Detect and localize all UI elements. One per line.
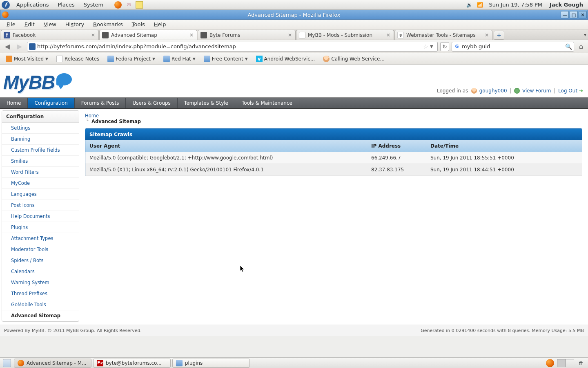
bookmark-label: Release Notes [65, 56, 99, 62]
chevron-down-icon: ▼ [245, 57, 248, 61]
username-link[interactable]: goughy000 [479, 88, 507, 94]
sitemap-crawls-table: Sitemap Crawls User Agent IP Address Dat… [85, 128, 582, 176]
browser-tab[interactable]: Byte Forums ✕ [198, 30, 296, 40]
search-input[interactable] [462, 43, 564, 49]
menu-places[interactable]: Places [53, 1, 78, 9]
sidebar-item[interactable]: Banning [2, 134, 79, 145]
cell-datetime: Sun, 19 Jun 2011 18:55:51 +0000 [426, 152, 582, 164]
sidebar-item[interactable]: Languages [2, 189, 79, 200]
volume-icon[interactable]: 🔉 [466, 1, 473, 9]
bookmark-item[interactable]: Free Content ▼ [200, 54, 251, 63]
menu-view[interactable]: View [40, 20, 60, 29]
reload-button[interactable]: ↻ [440, 42, 449, 51]
tab-close-icon[interactable]: ✕ [287, 32, 293, 38]
sidebar-item[interactable]: Word Filters [2, 167, 79, 178]
taskbar-window-button[interactable]: plugins [172, 359, 250, 368]
window-close-button[interactable]: ✕ [579, 11, 587, 18]
gnome-bottom-panel: Advanced Sitemap - M...Fz byte@byteforum… [0, 357, 588, 368]
bookmark-star-icon[interactable]: ☆ [423, 43, 428, 50]
sidebar-item[interactable]: Help Documents [2, 211, 79, 222]
taskbar-window-button[interactable]: Fz byte@byteforums.co... [93, 359, 171, 368]
url-input[interactable] [37, 43, 421, 49]
sidebar-item[interactable]: Moderator Tools [2, 244, 79, 255]
tray-firefox-icon[interactable] [546, 359, 554, 367]
search-bar[interactable]: G 🔍 [452, 42, 574, 52]
col-header-datetime: Date/Time [426, 140, 582, 152]
new-tab-button[interactable]: + [494, 31, 504, 40]
admin-nav-item[interactable]: Configuration [28, 98, 74, 108]
tab-overflow-icon[interactable]: ▾ [584, 32, 586, 38]
sidebar-item[interactable]: Calendars [2, 266, 79, 277]
sidebar-item[interactable]: Attachment Types [2, 233, 79, 244]
tab-close-icon[interactable]: ✕ [484, 32, 490, 38]
menu-help[interactable]: Help [150, 20, 170, 29]
sidebar-item[interactable]: MyCode [2, 178, 79, 189]
bookmark-item[interactable]: Red Hat ▼ [160, 54, 199, 63]
sidebar-title: Configuration [2, 111, 79, 123]
launcher-evolution-icon[interactable]: ✉ [125, 1, 132, 9]
breadcrumb-home-link[interactable]: Home [85, 113, 99, 119]
nav-back-button[interactable]: ◀ [2, 42, 12, 52]
clock-text[interactable]: Sun Jun 19, 7:58 PM [486, 2, 546, 8]
network-icon[interactable]: 📶 [477, 1, 484, 9]
cell-ip: 66.249.66.7 [367, 152, 426, 164]
admin-nav-item[interactable]: Tools & Maintenance [235, 98, 299, 108]
bookmark-item[interactable]: Release Notes [53, 54, 102, 63]
sidebar-item[interactable]: Post Icons [2, 200, 79, 211]
workspace-switcher[interactable] [557, 359, 574, 367]
browser-tab[interactable]: f Facebook ✕ [1, 30, 99, 40]
menu-bookmarks[interactable]: Bookmarks [89, 20, 127, 29]
search-engine-google-icon[interactable]: G [454, 43, 460, 50]
fedora-logo-icon[interactable]: f [2, 1, 10, 9]
bookmark-item[interactable]: Fedora Project ▼ [104, 54, 158, 63]
view-forum-link[interactable]: View Forum [522, 88, 551, 94]
window-maximize-button[interactable]: □ [570, 11, 578, 18]
trash-icon[interactable]: 🗑 [577, 359, 585, 367]
browser-tab[interactable]: MyBB - Mods - Submission ✕ [296, 30, 394, 40]
sidebar-item[interactable]: Plugins [2, 222, 79, 233]
browser-tab[interactable]: Advanced Sitemap ✕ [99, 30, 197, 40]
search-go-icon[interactable]: 🔍 [565, 43, 572, 50]
bookmark-item[interactable]: v Android WebServic... [253, 54, 318, 63]
sidebar-item[interactable]: Advanced Sitemap [2, 310, 79, 321]
mybb-logo[interactable]: MyBB [3, 71, 72, 93]
menu-applications[interactable]: Applications [12, 1, 53, 9]
sidebar-item[interactable]: Thread Prefixes [2, 288, 79, 299]
menu-history[interactable]: History [61, 20, 88, 29]
sidebar-item[interactable]: Custom Profile Fields [2, 145, 79, 156]
show-desktop-icon[interactable] [3, 359, 11, 367]
logout-link[interactable]: Log Out [558, 88, 577, 94]
sidebar-item[interactable]: Spiders / Bots [2, 255, 79, 266]
nav-forward-button[interactable]: ▶ [15, 42, 24, 52]
launcher-notes-icon[interactable] [136, 1, 143, 9]
taskbar-window-button[interactable]: Advanced Sitemap - M... [14, 359, 91, 368]
sidebar-item[interactable]: Warning System [2, 277, 79, 288]
menu-edit[interactable]: Edit [20, 20, 39, 29]
menu-tools[interactable]: Tools [128, 20, 149, 29]
menu-system[interactable]: System [80, 1, 107, 9]
url-dropdown-icon[interactable]: ▼ [430, 44, 436, 49]
home-button[interactable]: ⌂ [577, 42, 586, 51]
launcher-firefox-icon[interactable] [114, 1, 122, 9]
admin-nav-item[interactable]: Forums & Posts [75, 98, 126, 108]
sidebar-item[interactable]: Settings [2, 123, 79, 134]
chevron-down-icon: ▼ [45, 57, 48, 61]
bookmark-item[interactable]: Most Visited ▼ [2, 54, 51, 63]
url-bar[interactable]: ☆ ▼ [27, 42, 438, 52]
task-label: plugins [185, 360, 203, 366]
admin-nav-item[interactable]: Home [0, 98, 28, 108]
tab-close-icon[interactable]: ✕ [90, 32, 96, 38]
admin-nav-item[interactable]: Users & Groups [126, 98, 177, 108]
tab-close-icon[interactable]: ✕ [189, 32, 194, 38]
window-minimize-button[interactable]: — [561, 11, 569, 18]
main-content: Home Advanced Sitemap Sitemap Crawls Use… [79, 109, 588, 323]
browser-tab[interactable]: g Webmaster Tools - Sitemaps ✕ [394, 30, 492, 40]
sidebar-item[interactable]: Smilies [2, 156, 79, 167]
sidebar-item[interactable]: GoMobile Tools [2, 299, 79, 310]
admin-nav-item[interactable]: Templates & Style [178, 98, 235, 108]
user-menu[interactable]: Jack Gough [546, 2, 586, 8]
bookmark-item[interactable]: Calling Web Service... [320, 54, 388, 63]
tab-close-icon[interactable]: ✕ [385, 32, 391, 38]
menu-file[interactable]: File [2, 20, 20, 29]
firefox-titlebar[interactable]: Advanced Sitemap - Mozilla Firefox — □ ✕ [0, 10, 588, 20]
